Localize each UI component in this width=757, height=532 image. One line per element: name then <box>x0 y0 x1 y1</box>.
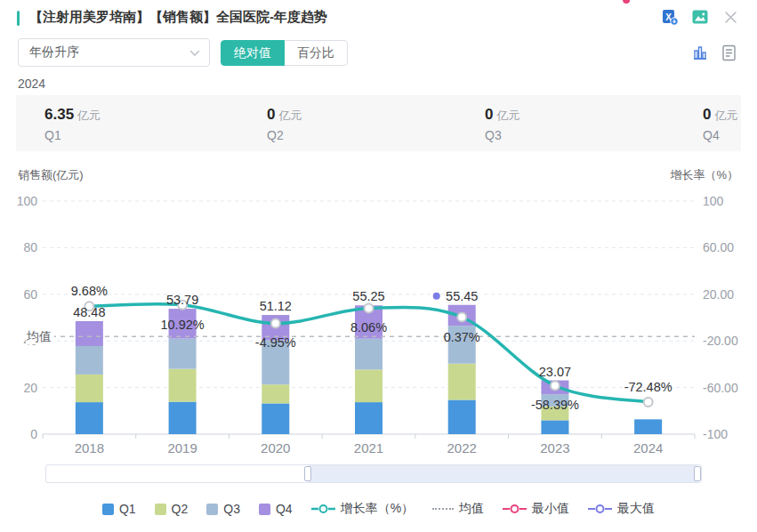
summary-q1-label: Q1 <box>44 128 101 142</box>
svg-text:100: 100 <box>17 194 38 208</box>
sort-order-select[interactable]: 年份升序 <box>18 38 210 67</box>
excel-export-icon[interactable]: X <box>661 8 679 26</box>
trend-chart-panel: 【注射用美罗培南】【销售额】全国医院-年度趋势 X 年份升序 <box>0 0 757 532</box>
svg-text:20: 20 <box>23 381 37 395</box>
svg-text:20.00: 20.00 <box>703 287 734 302</box>
svg-text:10.92%: 10.92% <box>160 318 204 332</box>
q3-swatch <box>206 504 218 515</box>
close-icon[interactable] <box>721 8 739 26</box>
bar-chart-view-icon[interactable] <box>691 44 709 61</box>
svg-text:8.06%: 8.06% <box>350 320 387 335</box>
bar-2020-Q2 <box>262 384 289 403</box>
svg-text:2021: 2021 <box>354 440 383 455</box>
svg-text:100: 100 <box>703 194 724 208</box>
summary-q3: 0亿元 Q3 <box>485 106 519 142</box>
svg-text:9.68%: 9.68% <box>71 284 108 298</box>
datazoom-selected-range[interactable] <box>308 465 697 482</box>
bar-2019-Q2 <box>169 369 197 402</box>
bar-2020-Q1 <box>262 403 289 434</box>
bar-2020-Q4 <box>262 315 289 340</box>
title-accent-bar <box>17 11 20 26</box>
q2-swatch <box>155 504 166 515</box>
datazoom-slider[interactable] <box>45 464 702 483</box>
svg-text:40: 40 <box>23 334 37 348</box>
summary-q4-value: 0 <box>703 106 711 123</box>
left-axis-title: 销售额(亿元) <box>18 167 84 183</box>
svg-text:6.35: 6.35 <box>636 0 661 3</box>
chart-legend: Q1 Q2 Q3 Q4 增长率（%） 均值 <box>0 501 757 517</box>
summary-q2-value: 0 <box>267 106 275 123</box>
legend-item-min[interactable]: 最小值 <box>503 501 569 517</box>
bar-2019-Q3 <box>169 339 197 369</box>
q1-swatch <box>102 504 114 515</box>
bar-2021-Q3 <box>355 339 383 370</box>
summary-q1-value: 6.35 <box>44 106 74 123</box>
datazoom-left-handle[interactable] <box>304 466 311 481</box>
svg-text:-4.95%: -4.95% <box>255 335 296 350</box>
svg-text:60.00: 60.00 <box>703 240 734 254</box>
image-export-icon[interactable] <box>691 8 709 26</box>
summary-q2-label: Q2 <box>267 128 302 142</box>
mean-line-swatch <box>432 508 454 510</box>
svg-text:2024: 2024 <box>633 440 663 455</box>
bar-2022-Q4 <box>448 305 476 326</box>
value-mode-toggle: 绝对值 百分比 <box>221 40 348 66</box>
bar-2022-Q1 <box>448 399 476 434</box>
svg-text:2018: 2018 <box>75 440 104 455</box>
svg-text:0.37%: 0.37% <box>444 330 480 344</box>
legend-item-growth[interactable]: 增长率（%） <box>311 501 414 517</box>
bar-2022-Q3 <box>448 326 476 364</box>
absolute-value-button[interactable]: 绝对值 <box>221 40 285 66</box>
bar-2024-Q1 <box>634 419 662 434</box>
svg-text:-58.39%: -58.39% <box>531 398 579 412</box>
legend-item-mean[interactable]: 均值 <box>432 501 484 517</box>
legend-item-q4[interactable]: Q4 <box>259 502 293 516</box>
bar-2021-Q4 <box>355 305 383 338</box>
legend-item-q3[interactable]: Q3 <box>206 502 240 516</box>
bar-2019-Q1 <box>169 402 197 434</box>
report-view-icon[interactable] <box>720 44 737 61</box>
bar-2018-Q1 <box>76 402 103 434</box>
svg-text:51.12: 51.12 <box>260 299 292 313</box>
min-point-swatch <box>503 504 527 514</box>
summary-q2: 0亿元 Q2 <box>267 106 302 142</box>
summary-q4: 0亿元 Q4 <box>703 106 737 142</box>
bar-2021-Q2 <box>355 369 383 402</box>
svg-text:55.25: 55.25 <box>352 289 384 303</box>
svg-text:60: 60 <box>23 287 37 302</box>
q4-swatch <box>259 504 270 515</box>
summary-q4-label: Q4 <box>703 128 737 142</box>
svg-text:23.07: 23.07 <box>539 365 571 379</box>
svg-text:80: 80 <box>23 240 37 254</box>
svg-text:2022: 2022 <box>447 440 477 455</box>
bar-2022-Q2 <box>448 364 476 400</box>
percentage-button[interactable]: 百分比 <box>285 40 348 66</box>
sort-order-value: 年份升序 <box>29 44 79 60</box>
datazoom-right-handle[interactable] <box>694 466 701 481</box>
sales-trend-chart: 10080604020010060.0020.00-20.00-60.00-10… <box>0 0 757 532</box>
svg-text:-100: -100 <box>703 427 728 441</box>
legend-item-max[interactable]: 最大值 <box>588 501 655 517</box>
svg-text:53.79: 53.79 <box>166 293 198 307</box>
bar-2023-Q3 <box>541 394 568 407</box>
bar-2020-Q3 <box>262 340 289 384</box>
growth-line-swatch <box>311 504 335 514</box>
period-label: 2024 <box>18 77 45 91</box>
svg-text:55.45: 55.45 <box>446 289 478 303</box>
svg-text:2023: 2023 <box>540 440 569 455</box>
svg-text:2019: 2019 <box>167 440 197 455</box>
svg-text:-72.48%: -72.48% <box>624 380 672 394</box>
svg-text:-20.00: -20.00 <box>703 334 738 348</box>
bar-2023-Q1 <box>541 420 568 434</box>
page-title: 【注射用美罗培南】【销售额】全国医院-年度趋势 <box>29 9 327 26</box>
legend-item-q1[interactable]: Q1 <box>102 502 136 516</box>
bar-2018-Q4 <box>76 321 103 346</box>
summary-q1: 6.35亿元 Q1 <box>44 106 101 142</box>
summary-q3-label: Q3 <box>485 128 519 142</box>
legend-item-q2[interactable]: Q2 <box>155 502 189 516</box>
bar-2021-Q1 <box>355 402 383 434</box>
bar-2023-Q2 <box>541 407 568 421</box>
bar-2019-Q4 <box>169 309 197 339</box>
svg-text:0: 0 <box>30 427 37 441</box>
chevron-down-icon <box>189 44 200 60</box>
